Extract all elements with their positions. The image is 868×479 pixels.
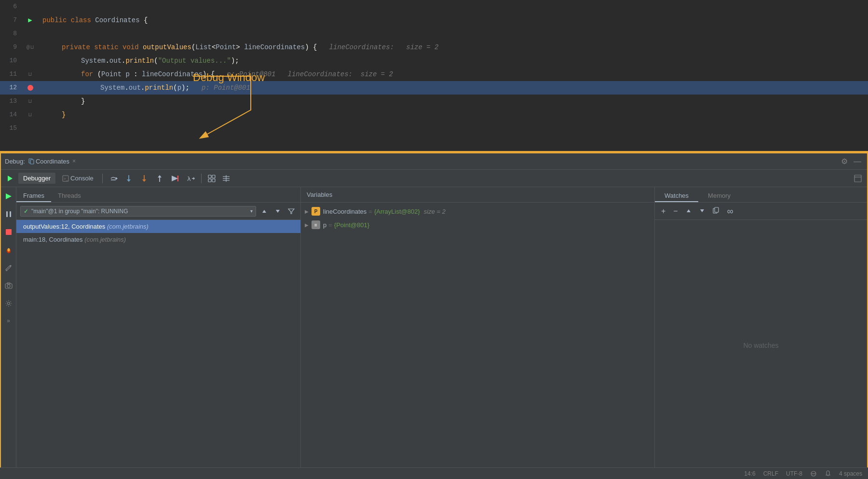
frames-up-btn[interactable]: [259, 207, 270, 216]
layout-btn-1[interactable]: [205, 173, 218, 184]
step-over-btn[interactable]: [107, 173, 120, 184]
status-line-endings[interactable]: CRLF: [763, 470, 778, 477]
evaluate-icon: λ: [186, 174, 195, 183]
run-to-cursor-btn[interactable]: [168, 173, 182, 184]
step-into-icon: [124, 174, 133, 183]
watches-up-btn[interactable]: [683, 206, 694, 217]
toolbar-sep-1: [102, 174, 103, 183]
sidebar-camera-icon[interactable]: [3, 280, 14, 293]
sidebar-resume-icon[interactable]: [3, 191, 14, 204]
frame-item-1[interactable]: main:18, Coordinates (com.jetbrains): [16, 233, 300, 246]
frames-dropdown[interactable]: ✓ "main"@1 in group "main": RUNNING ▾: [20, 206, 256, 217]
threads-tab[interactable]: Threads: [51, 190, 88, 202]
frames-tab[interactable]: Frames: [16, 190, 51, 202]
no-watches-label: No watches: [743, 342, 778, 349]
watches-tabs: Watches Memory: [655, 187, 867, 203]
debug-tab-close[interactable]: ×: [72, 158, 76, 165]
run-to-cursor-icon: [171, 174, 179, 183]
sidebar-pause-icon[interactable]: [3, 209, 14, 222]
svg-marker-3: [8, 176, 13, 181]
line-gutter-9: @ ⊔: [22, 41, 39, 54]
line-num-13: 13: [0, 95, 22, 108]
var-item-p[interactable]: ▶ ≡ p = {Point@801}: [301, 218, 654, 232]
sidebar-settings-icon[interactable]: [3, 298, 14, 311]
debug-title-label: Debug:: [5, 158, 25, 165]
line-num-7: 7: [0, 14, 22, 27]
bookmark-icon-13: ⊔: [28, 95, 32, 108]
line-content-9: private static void outputValues(List<Po…: [39, 41, 868, 54]
watches-add-btn[interactable]: +: [659, 206, 668, 217]
restore-panel-btn[interactable]: [852, 173, 864, 184]
sidebar-stop-icon[interactable]: [3, 227, 14, 240]
layout-split-icon: [222, 175, 230, 182]
watches-copy-btn[interactable]: [710, 206, 722, 217]
watches-pin-btn[interactable]: ∞: [725, 206, 736, 217]
line-content-14: }: [39, 108, 868, 122]
line-content-12: System.out.println(p); p: Point@801: [39, 81, 868, 95]
svg-text:λ: λ: [187, 175, 191, 182]
code-editor: 6 7 ▶ public class Coordinates { 8 9 @: [0, 0, 868, 154]
sidebar-hotswap-icon[interactable]: [3, 245, 14, 258]
svg-marker-7: [116, 177, 118, 180]
svg-marker-10: [127, 179, 131, 182]
svg-rect-21: [212, 175, 215, 178]
frame-label-1: main:18, Coordinates: [23, 236, 84, 243]
watches-remove-btn[interactable]: −: [671, 206, 680, 217]
status-indent[interactable]: 4 spaces: [839, 470, 862, 477]
watches-down-btn[interactable]: [697, 206, 707, 217]
line-num-10: 10: [0, 54, 22, 68]
resume-icon: [6, 175, 14, 182]
watches-tab[interactable]: Watches: [655, 190, 698, 202]
line-gutter-11: ⊔: [22, 68, 39, 81]
line-gutter-7: ▶: [22, 14, 39, 27]
debug-settings-btn[interactable]: ⚙: [839, 156, 850, 167]
frame-label-0: outputValues:12, Coordinates: [23, 223, 107, 230]
line-gutter-14: ⊔: [22, 108, 39, 122]
svg-marker-41: [262, 210, 266, 213]
resume-btn[interactable]: [4, 173, 16, 184]
code-line-12: 12 System.out.println(p); p: Point@801: [0, 81, 868, 95]
code-line-9: 9 @ ⊔ private static void outputValues(L…: [0, 41, 868, 54]
memory-tab[interactable]: Memory: [698, 190, 740, 202]
dropdown-value: "main"@1 in group "main": RUNNING: [31, 208, 128, 215]
step-over-icon: [109, 174, 118, 183]
var-expand-p: ▶: [305, 222, 312, 228]
variables-panel: Variables ▶ P lineCoordinates = {ArrayLi…: [301, 187, 655, 470]
debug-titlebar: Debug: Coordinates × ⚙ —: [1, 153, 867, 170]
frames-toolbar: ✓ "main"@1 in group "main": RUNNING ▾: [16, 203, 300, 220]
svg-rect-31: [6, 211, 8, 217]
copy-icon: [713, 207, 719, 214]
svg-marker-12: [142, 179, 146, 182]
layout-btn-2[interactable]: [220, 173, 232, 184]
line-content-11: for (Point p : lineCoordinates) { p: Poi…: [39, 68, 868, 81]
line-gutter-12: [22, 85, 39, 91]
code-line-15: 15: [0, 122, 868, 135]
debug-minimize-btn[interactable]: —: [852, 156, 863, 167]
step-into-btn[interactable]: [122, 173, 136, 184]
debugger-tab-btn[interactable]: Debugger: [18, 173, 55, 184]
console-tab-btn[interactable]: >_ Console: [57, 173, 98, 184]
var-item-lineCoordinates[interactable]: ▶ P lineCoordinates = {ArrayList@802} si…: [301, 205, 654, 218]
frames-down-btn[interactable]: [272, 207, 283, 216]
frame-pkg-1: (com.jetbrains): [84, 236, 126, 243]
frame-item-0[interactable]: outputValues:12, Coordinates (com.jetbra…: [16, 220, 300, 233]
watches-panel: Watches Memory + −: [655, 187, 867, 470]
toolbar-sep-2: [201, 174, 202, 183]
var-tree: ▶ P lineCoordinates = {ArrayList@802} si…: [301, 203, 654, 470]
line-num-8: 8: [0, 27, 22, 41]
frames-filter-btn[interactable]: [286, 207, 297, 216]
sidebar-edit-icon[interactable]: [3, 262, 14, 275]
step-out-btn[interactable]: [153, 173, 166, 184]
step-out-icon: [155, 174, 164, 183]
force-step-into-btn[interactable]: [137, 173, 151, 184]
status-encoding[interactable]: UTF-8: [786, 470, 802, 477]
sidebar-more-icon[interactable]: »: [5, 316, 12, 326]
var-val-p: {Point@801}: [334, 221, 369, 229]
evaluate-btn[interactable]: λ: [184, 173, 197, 184]
bookmark-icon-14: ⊔: [28, 108, 32, 122]
debug-titlebar-right: ⚙ —: [839, 156, 863, 167]
dropdown-arrow-icon: ▾: [250, 208, 253, 214]
line-content-7: public class Coordinates {: [39, 14, 868, 27]
debug-window-top-border: [0, 151, 868, 153]
filter-icon: [288, 208, 295, 215]
